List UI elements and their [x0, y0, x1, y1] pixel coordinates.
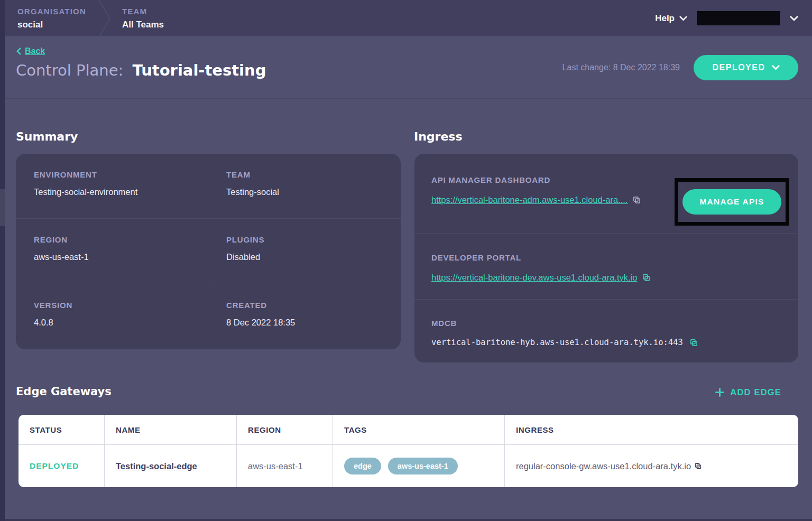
- breadcrumb-organisation[interactable]: ORGANISATION social: [17, 0, 86, 37]
- control-plane-page: ORGANISATION social TEAM All Teams Help: [0, 0, 812, 521]
- copy-icon[interactable]: [642, 274, 650, 282]
- summary-environment: ENVIRONMENT Testing-social-environment: [16, 154, 208, 219]
- chevron-left-icon: [16, 48, 21, 55]
- last-change-text: Last change: 8 Dec 2022 18:39: [562, 63, 680, 72]
- table-row: DEPLOYED Testing-social-edge aws-us-east…: [19, 445, 798, 487]
- table-header-row: STATUS NAME REGION TAGS INGRESS: [19, 415, 798, 445]
- copy-icon[interactable]: [695, 462, 702, 470]
- mdcb-label: MDCB: [431, 319, 798, 328]
- chevron-down-icon: [772, 65, 780, 70]
- breadcrumb-team[interactable]: TEAM All Teams: [122, 0, 164, 37]
- edge-gateways-table: STATUS NAME REGION TAGS INGRESS DEPLOYED…: [19, 415, 798, 487]
- environment-value: Testing-social-environment: [34, 187, 190, 197]
- page-title-name: Tutorial-testing: [133, 61, 266, 79]
- plus-icon: [715, 388, 724, 397]
- team-value: Testing-social: [226, 187, 383, 197]
- created-label: CREATED: [226, 301, 383, 310]
- tag-badge: edge: [344, 458, 381, 475]
- breadcrumb-organisation-label: ORGANISATION: [17, 7, 86, 16]
- summary-region: REGION aws-us-east-1: [16, 219, 208, 284]
- gateway-ingress-url: regular-console-gw.aws-use1.cloud-ara.ty…: [516, 461, 691, 471]
- page-title-prefix: Control Plane:: [16, 61, 123, 79]
- summary-team: TEAM Testing-social: [208, 154, 401, 219]
- collapsed-sidebar-strip: [0, 0, 5, 521]
- column-header-region: REGION: [237, 415, 333, 444]
- summary-created: CREATED 8 Dec 2022 18:35: [208, 284, 401, 349]
- user-menu-chevron[interactable]: [790, 16, 798, 21]
- mdcb-section: MDCB vertical-baritone-hyb.aws-use1.clou…: [414, 299, 798, 362]
- version-value: 4.0.8: [34, 318, 190, 328]
- back-link[interactable]: Back: [16, 46, 45, 56]
- header-right: Last change: 8 Dec 2022 18:39 DEPLOYED: [562, 37, 798, 98]
- column-header-ingress: INGRESS: [505, 415, 798, 444]
- manage-apis-button[interactable]: MANAGE APIS: [682, 189, 781, 215]
- summary-plugins: PLUGINS Disabled: [208, 219, 401, 284]
- summary-heading: Summary: [16, 130, 78, 143]
- plugins-value: Disabled: [226, 252, 383, 262]
- copy-icon[interactable]: [633, 196, 641, 204]
- chevron-down-icon: [679, 16, 687, 21]
- help-label: Help: [655, 13, 675, 24]
- help-menu[interactable]: Help: [655, 13, 687, 24]
- region-value: aws-us-east-1: [34, 252, 190, 262]
- column-header-status: STATUS: [19, 415, 105, 444]
- plugins-label: PLUGINS: [226, 235, 383, 244]
- developer-portal-section: DEVELOPER PORTAL https://vertical-barito…: [414, 233, 798, 299]
- deployed-status-label: DEPLOYED: [712, 63, 765, 72]
- add-edge-label: ADD EDGE: [730, 387, 781, 397]
- breadcrumb: ORGANISATION social TEAM All Teams: [17, 0, 164, 37]
- add-edge-button[interactable]: ADD EDGE: [715, 387, 781, 397]
- breadcrumb-organisation-value: social: [17, 20, 86, 30]
- sidebar-notch: [0, 189, 5, 226]
- mdcb-value: vertical-baritone-hyb.aws-use1.cloud-ara…: [431, 338, 683, 347]
- created-value: 8 Dec 2022 18:35: [226, 318, 383, 328]
- breadcrumb-team-value: All Teams: [122, 20, 164, 30]
- gateway-tags: edge aws-us-east-1: [344, 458, 458, 475]
- region-label: REGION: [34, 235, 190, 244]
- top-bar: ORGANISATION social TEAM All Teams Help: [0, 0, 812, 37]
- api-manager-link[interactable]: https://vertical-baritone-adm.aws-use1.c…: [431, 195, 628, 205]
- ingress-heading: Ingress: [414, 130, 463, 143]
- copy-icon[interactable]: [690, 339, 698, 347]
- team-label: TEAM: [226, 170, 383, 179]
- tag-badge: aws-us-east-1: [388, 458, 458, 475]
- bottom-edge-line: [0, 519, 812, 521]
- gateway-name-link[interactable]: Testing-social-edge: [116, 461, 197, 471]
- page-title: Control Plane: Tutorial-testing: [16, 61, 266, 79]
- edge-gateways-heading: Edge Gateways: [16, 385, 112, 398]
- developer-portal-link[interactable]: https://vertical-baritone-dev.aws-use1.c…: [431, 273, 637, 283]
- chevron-down-icon: [790, 16, 798, 21]
- summary-card: ENVIRONMENT Testing-social-environment T…: [16, 154, 401, 349]
- api-manager-section: API MANAGER DASHBOARD https://vertical-b…: [414, 154, 798, 233]
- deployed-status-button[interactable]: DEPLOYED: [694, 55, 798, 80]
- environment-label: ENVIRONMENT: [34, 170, 190, 179]
- user-name-redacted[interactable]: [697, 11, 780, 25]
- developer-portal-label: DEVELOPER PORTAL: [431, 253, 798, 262]
- gateway-region: aws-us-east-1: [248, 461, 303, 471]
- gateway-status-badge: DEPLOYED: [30, 461, 79, 471]
- top-bar-right: Help: [655, 11, 798, 25]
- manage-apis-highlight-frame: MANAGE APIS: [675, 178, 789, 226]
- column-header-tags: TAGS: [333, 415, 505, 444]
- breadcrumb-chevron-icon: [98, 0, 115, 37]
- summary-version: VERSION 4.0.8: [16, 284, 208, 349]
- column-header-name: NAME: [105, 415, 237, 444]
- version-label: VERSION: [34, 301, 190, 310]
- back-label: Back: [25, 46, 45, 56]
- ingress-card: API MANAGER DASHBOARD https://vertical-b…: [414, 154, 798, 362]
- page-header: Back Control Plane: Tutorial-testing Las…: [0, 37, 812, 99]
- breadcrumb-team-label: TEAM: [122, 7, 164, 16]
